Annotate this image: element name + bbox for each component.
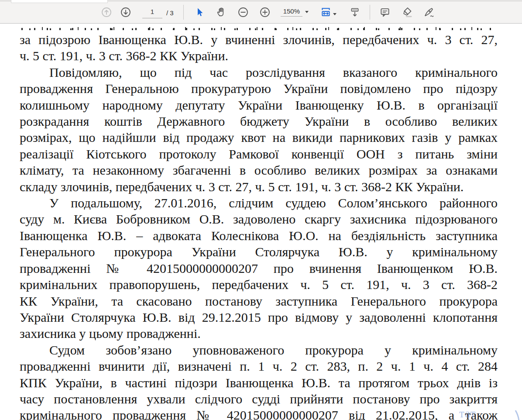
document-line: провадження Генеральною прокуратурою Укр… — [20, 80, 498, 96]
document-line: провадженні № 42015000000000207 про вчин… — [20, 260, 498, 276]
page-navigation: / 3 — [142, 6, 174, 18]
chevron-down-icon — [333, 13, 337, 15]
document-line: за підозрою Іванющенка Ю.В. у вчиненні з… — [20, 31, 498, 48]
document-line: КПК України, в частині підозри Іванющенк… — [20, 375, 498, 391]
page-scrolling-icon — [349, 7, 361, 18]
next-page-icon — [120, 7, 131, 18]
document-line: Іванющенка Ю.В. – адвоката Колеснікова Ю… — [20, 227, 498, 244]
previous-page-button[interactable] — [99, 4, 114, 20]
hand-tool-button[interactable] — [213, 4, 229, 20]
select-tool-button[interactable] — [192, 4, 207, 20]
paragraph: за підозрою Іванющенка Ю.В. у вчиненні з… — [20, 31, 498, 64]
page-text: за підозрою Іванющенка Ю.В. у вчиненні з… — [0, 24, 522, 420]
page-total-label: / 3 — [166, 9, 174, 18]
zoom-in-button[interactable] — [257, 4, 273, 20]
document-line: клімату, та незаконному збагаченні в осо… — [20, 162, 498, 178]
document-line: Судом зобов’язано уповноваженого прокуро… — [20, 342, 498, 358]
zoom-in-icon — [259, 7, 271, 18]
highlight-icon — [401, 6, 413, 18]
document-line: часу постановлення ухвали слідчого судді… — [20, 391, 498, 407]
toolbar-separator — [370, 5, 370, 20]
zoom-out-button[interactable] — [235, 4, 251, 20]
document-line: провадженні вчинити дії, визначені п. 1 … — [20, 358, 498, 374]
sign-icon — [423, 6, 435, 18]
zoom-out-icon — [237, 7, 249, 18]
document-line: захисника у цьому провадженні. — [20, 325, 498, 341]
document-line: кримінального провадження № 420150000000… — [20, 407, 498, 420]
paragraph: Повідомляю, що під час розслідування вка… — [20, 64, 498, 195]
document-line: КК України, та скасовано постанову засту… — [20, 293, 498, 309]
comment-icon — [379, 7, 391, 18]
clipped-text-line — [21, 24, 496, 30]
document-line: ч. 5 ст. 191, ч. 3 ст. 368-2 КК України. — [20, 48, 498, 64]
document-line: суду м. Києва Бобровником О.В. задоволен… — [20, 211, 498, 227]
document-line: У подальшому, 27.01.2016, слідчим суддею… — [20, 195, 498, 211]
chevron-down-icon — [305, 11, 309, 13]
fit-width-button[interactable] — [320, 6, 337, 18]
sign-button[interactable] — [421, 4, 436, 20]
document-line: Повідомляю, що під час розслідування вка… — [20, 64, 498, 80]
zoom-level-dropdown[interactable]: 150% — [281, 7, 309, 17]
next-page-button[interactable] — [118, 4, 134, 20]
page-number-input[interactable] — [142, 6, 162, 18]
select-tool-icon — [194, 7, 205, 17]
highlight-button[interactable] — [399, 4, 415, 20]
document-line: кримінальних правопорушень, передбачених… — [20, 276, 498, 293]
document-line: реалізації Кіотського протоколу Рамкової… — [20, 146, 498, 162]
document-line: колишньому народному депутату України Ів… — [20, 97, 498, 113]
document-line: Генерального прокурора України Столярчук… — [20, 244, 498, 260]
document-line: складу злочинів, передбачених ч. 3 ст. 2… — [20, 179, 498, 195]
page-scrolling-button[interactable] — [347, 4, 363, 20]
toolbar-overlay-edge — [11, 0, 108, 3]
document-line: розкрадання коштів Державного бюджету Ук… — [20, 113, 498, 129]
paragraph: У подальшому, 27.01.2016, слідчим суддею… — [20, 195, 498, 342]
comment-button[interactable] — [377, 4, 393, 20]
fit-width-icon — [320, 6, 332, 18]
document-viewport[interactable]: за підозрою Іванющенка Ю.В. у вчиненні з… — [0, 24, 522, 420]
hand-tool-icon — [216, 7, 227, 17]
document-line: розмірах, що надійшли від продажу квот н… — [20, 129, 498, 145]
paragraph: Судом зобов’язано уповноваженого прокуро… — [20, 342, 498, 420]
zoom-level-value: 150% — [281, 7, 302, 17]
document-line: України Столярчука Ю.В. від 29.12.2015 п… — [20, 309, 498, 325]
pdf-toolbar: / 3 150% — [0, 0, 522, 24]
previous-page-icon — [101, 7, 112, 18]
toolbar-separator — [183, 5, 184, 20]
